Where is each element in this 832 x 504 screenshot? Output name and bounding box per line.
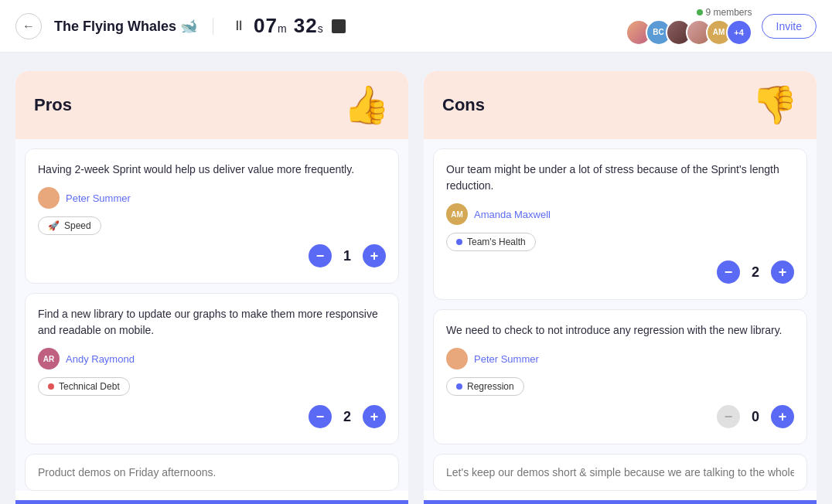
pros-card-2-avatar: AR <box>38 348 60 369</box>
members-label: 9 members <box>697 7 752 18</box>
cons-input-card[interactable] <box>433 454 807 491</box>
pros-card-2-author-name: Andy Raymond <box>66 353 135 365</box>
pros-input[interactable] <box>38 466 386 478</box>
pros-card-1-minus[interactable]: − <box>309 244 332 267</box>
pros-card-2-tag: Technical Debt <box>38 377 130 396</box>
members-section: 9 members BC AM +4 Invite <box>626 7 817 46</box>
cons-card-2-text: We need to check to not introduce any re… <box>446 322 794 339</box>
pause-button[interactable]: ⏸ <box>232 18 246 34</box>
pros-card-2-count: 2 <box>339 409 355 425</box>
timer-section: ⏸ 07m 32s <box>232 14 346 38</box>
cons-card-1-text: Our team might be under a lot of stress … <box>446 162 794 194</box>
pros-card-1-text: Having 2-week Sprint would help us deliv… <box>38 162 386 178</box>
cons-card-1-avatar: AM <box>446 203 468 225</box>
pros-card-1-author-name: Peter Summer <box>66 192 131 204</box>
cons-input[interactable] <box>446 466 794 478</box>
pros-card-2-votes: − 2 + <box>38 405 386 431</box>
cons-card-2-author-name: Peter Summer <box>474 353 539 365</box>
cons-card-2-minus[interactable]: − <box>717 405 740 428</box>
pros-cards-area: Having 2-week Sprint would help us deliv… <box>15 139 408 491</box>
page-title: The Flying Whales 🐋 <box>54 18 197 35</box>
timer-seconds: 32 <box>294 14 318 37</box>
pros-card-1-count: 1 <box>339 248 355 264</box>
speed-icon: 🚀 <box>48 220 60 231</box>
pros-card-2-tag-label: Technical Debt <box>59 381 120 392</box>
main-content: Pros 👍 Having 2-week Sprint would help u… <box>0 53 832 504</box>
pros-input-card[interactable] <box>25 454 399 491</box>
cons-card-1-tag: Team's Health <box>446 233 536 251</box>
cons-card-2: We need to check to not introduce any re… <box>433 309 807 444</box>
timer-s-unit: s <box>318 22 324 35</box>
cons-card-2-count: 0 <box>748 409 763 425</box>
regression-dot <box>456 383 462 390</box>
cons-card-2-plus[interactable]: + <box>771 405 794 428</box>
timer-m-unit: m <box>278 22 288 35</box>
pros-card-1: Having 2-week Sprint would help us deliv… <box>25 148 399 284</box>
pros-card-1-tag-label: Speed <box>64 220 91 231</box>
pros-add-comment-button[interactable]: + Add comment <box>15 500 408 504</box>
pros-card-2-plus[interactable]: + <box>363 405 386 428</box>
cons-column: Cons 👎 Our team might be under a lot of … <box>424 71 817 504</box>
cons-card-2-tag-label: Regression <box>467 381 514 392</box>
cons-card-1-author-name: Amanda Maxwell <box>474 209 551 220</box>
pros-card-2: Find a new library to update our graphs … <box>25 293 399 444</box>
pros-card-1-plus[interactable]: + <box>363 244 386 267</box>
avatars: BC AM +4 <box>626 19 752 46</box>
cons-header: Cons 👎 <box>424 71 817 139</box>
cons-card-1: Our team might be under a lot of stress … <box>433 148 807 300</box>
cons-card-1-count: 2 <box>748 264 763 281</box>
avatar-plus: +4 <box>726 19 752 46</box>
pros-header: Pros 👍 <box>15 71 408 139</box>
pros-column: Pros 👍 Having 2-week Sprint would help u… <box>15 71 408 504</box>
cons-card-1-minus[interactable]: − <box>717 261 740 284</box>
pros-card-2-text: Find a new library to update our graphs … <box>38 306 386 339</box>
cons-card-1-author: AM Amanda Maxwell <box>446 203 794 225</box>
timer-display: 07m 32s <box>254 14 324 38</box>
cons-add-comment-button[interactable]: + Add comment <box>424 500 817 504</box>
title-section: The Flying Whales 🐋 <box>54 18 213 35</box>
pros-card-2-minus[interactable]: − <box>309 405 332 428</box>
cons-card-2-author: Peter Summer <box>446 348 794 369</box>
cons-card-2-votes: − 0 + <box>446 405 794 431</box>
teams-health-dot <box>456 239 462 245</box>
cons-card-2-avatar <box>446 348 468 369</box>
pros-card-2-author: AR Andy Raymond <box>38 348 386 369</box>
pros-card-1-author: Peter Summer <box>38 187 386 209</box>
cons-cards-area: Our team might be under a lot of stress … <box>424 139 817 491</box>
cons-card-2-tag: Regression <box>446 377 524 396</box>
timer-minutes: 07 <box>254 14 278 37</box>
pros-card-1-votes: − 1 + <box>38 244 386 271</box>
cons-title: Cons <box>442 95 485 115</box>
pros-card-1-avatar <box>38 187 60 209</box>
technical-debt-dot <box>48 383 54 390</box>
invite-button[interactable]: Invite <box>762 14 817 39</box>
cons-card-1-votes: − 2 + <box>446 261 794 287</box>
pros-icon: 👍 <box>343 87 390 124</box>
pros-card-1-tag: 🚀 Speed <box>38 216 101 235</box>
back-button[interactable]: ← <box>15 13 42 39</box>
pros-title: Pros <box>34 95 72 115</box>
cons-card-1-tag-label: Team's Health <box>467 237 526 247</box>
stop-button[interactable] <box>332 19 346 33</box>
cons-icon: 👎 <box>752 87 798 124</box>
header: ← The Flying Whales 🐋 ⏸ 07m 32s 9 member… <box>0 0 832 53</box>
cons-card-1-plus[interactable]: + <box>771 261 794 284</box>
